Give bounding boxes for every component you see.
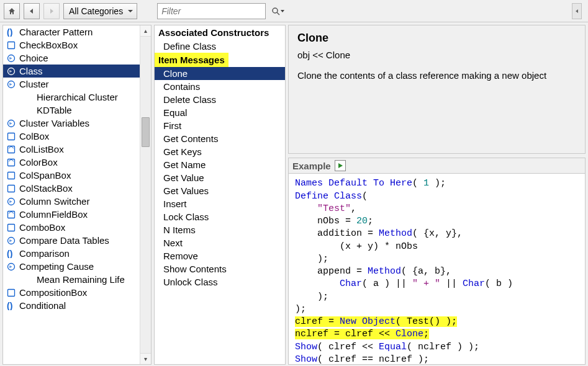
messages-list[interactable]: Associated ConstructorsDefine ClassItem … (155, 25, 285, 360)
tree-item[interactable]: ()Conditional (3, 299, 140, 312)
mid-panel-wrap: Associated ConstructorsDefine ClassItem … (154, 25, 286, 365)
svg-rect-10 (8, 159, 15, 166)
home-button[interactable] (4, 3, 20, 19)
tree-item[interactable]: ColorBox (3, 156, 140, 169)
tree-item-label: ColStackBox (19, 183, 73, 194)
svg-rect-8 (8, 133, 15, 140)
circle-icon (7, 262, 16, 271)
svg-line-1 (277, 12, 279, 15)
tree-item[interactable]: ColBox (3, 130, 140, 143)
example-label: Example (292, 161, 331, 171)
svg-text:(): () (7, 28, 12, 37)
example-code[interactable]: Names Default To Here( 1 );Define Class(… (289, 174, 585, 364)
tree-item-label: ColSpanBox (19, 170, 71, 181)
box-a-icon (7, 158, 16, 167)
tree-item-label: KDTable (37, 105, 72, 115)
list-item[interactable]: Define Class (155, 40, 285, 53)
box-icon (7, 184, 16, 193)
collapse-button[interactable] (572, 3, 582, 19)
list-item[interactable]: Clone (155, 67, 285, 80)
tree-item[interactable]: CompositionBox (3, 286, 140, 299)
list-item[interactable]: Get Values (155, 184, 285, 197)
back-button[interactable] (24, 3, 40, 19)
list-item[interactable]: Unlock Class (155, 275, 285, 288)
list-item[interactable]: Equal (155, 106, 285, 119)
tree-item[interactable]: ()Comparison (3, 247, 140, 260)
tree-item-label: Cluster Variables (19, 118, 89, 128)
tree-item-label: Competing Cause (19, 261, 94, 272)
svg-text:(): () (7, 301, 12, 310)
scroll-down-arrow[interactable]: ▾ (140, 353, 151, 364)
svg-rect-15 (8, 224, 15, 231)
circle-icon (7, 67, 16, 76)
left-scrollbar[interactable]: ▴ ▾ (140, 25, 151, 364)
paren-icon: () (7, 28, 16, 37)
tree-item[interactable]: CheckBoxBox (3, 38, 140, 51)
tree-item-label: ColBox (19, 131, 49, 141)
tree-item[interactable]: Cluster Variables (3, 117, 140, 130)
tree-item[interactable]: Competing Cause (3, 260, 140, 273)
tree-item[interactable]: Choice (3, 51, 140, 65)
tree-item-label: Hierarchical Cluster (37, 92, 118, 102)
tree-item-label: Cluster (19, 79, 49, 89)
tree-item[interactable]: Compare Data Tables (3, 234, 140, 247)
circle-icon (7, 80, 16, 89)
tree-item[interactable]: Mean Remaining Life (3, 273, 140, 286)
detail-title: Clone (297, 32, 576, 45)
toolbar: All Categories (0, 0, 588, 22)
tree-item[interactable]: Hierarchical Cluster (3, 91, 140, 104)
tree-item[interactable]: ColListBox (3, 143, 140, 156)
filter-dropdown[interactable] (280, 9, 285, 14)
forward-button[interactable] (43, 3, 60, 19)
detail-signature: obj << Clone (297, 50, 576, 60)
list-item[interactable]: N Items (155, 223, 285, 236)
section-heading: Item Messages (155, 53, 228, 67)
svg-point-0 (273, 8, 278, 13)
run-example-button[interactable] (335, 160, 346, 171)
svg-rect-11 (8, 172, 15, 179)
description-panel: Clone obj << Clone Clone the contents of… (288, 25, 586, 154)
left-panel-wrap: ()Character PatternCheckBoxBoxChoiceClas… (2, 25, 152, 365)
circle-icon (7, 54, 16, 63)
list-item[interactable]: Show Contents (155, 262, 285, 275)
tree-item[interactable]: KDTable (3, 104, 140, 117)
list-item[interactable]: First (155, 119, 285, 132)
filter-input[interactable] (161, 6, 271, 16)
svg-rect-14 (8, 211, 15, 218)
tree-item[interactable]: Column Switcher (3, 195, 140, 208)
svg-rect-3 (8, 42, 15, 48)
tree-item[interactable]: ()Character Pattern (3, 25, 140, 38)
list-item[interactable]: Lock Class (155, 210, 285, 223)
tree-item[interactable]: ColStackBox (3, 182, 140, 195)
tree-item[interactable]: ColSpanBox (3, 169, 140, 182)
list-item[interactable]: Delete Class (155, 93, 285, 106)
list-item[interactable]: Get Keys (155, 145, 285, 158)
box-icon (7, 171, 16, 180)
list-item[interactable]: Get Contents (155, 132, 285, 145)
main-area: ()Character PatternCheckBoxBoxChoiceClas… (0, 22, 588, 366)
class-tree[interactable]: ()Character PatternCheckBoxBoxChoiceClas… (3, 25, 140, 360)
category-combo[interactable]: All Categories (63, 3, 137, 19)
svg-rect-19 (8, 289, 15, 296)
svg-rect-9 (8, 146, 15, 153)
list-item[interactable]: Contains (155, 80, 285, 93)
scroll-up-arrow[interactable]: ▴ (140, 25, 151, 37)
tree-item-label: Class (19, 66, 43, 76)
tree-item[interactable]: ColumnFieldBox (3, 208, 140, 221)
list-item[interactable]: Get Value (155, 171, 285, 184)
list-item[interactable]: Remove (155, 249, 285, 262)
tree-item[interactable]: Cluster (3, 78, 140, 91)
example-header: Example (289, 158, 585, 174)
scroll-thumb[interactable] (142, 117, 150, 147)
list-item[interactable]: Insert (155, 197, 285, 210)
tree-item[interactable]: ComboBox (3, 221, 140, 234)
list-item[interactable]: Next (155, 236, 285, 249)
circle-icon (7, 119, 16, 128)
tree-item-label: Choice (19, 53, 48, 63)
box-icon (7, 132, 16, 141)
tree-item[interactable]: Class (3, 65, 140, 78)
tree-item-label: Column Switcher (19, 196, 89, 207)
list-item[interactable]: Get Name (155, 158, 285, 171)
search-icon[interactable] (271, 5, 280, 17)
paren-icon: () (7, 249, 16, 258)
